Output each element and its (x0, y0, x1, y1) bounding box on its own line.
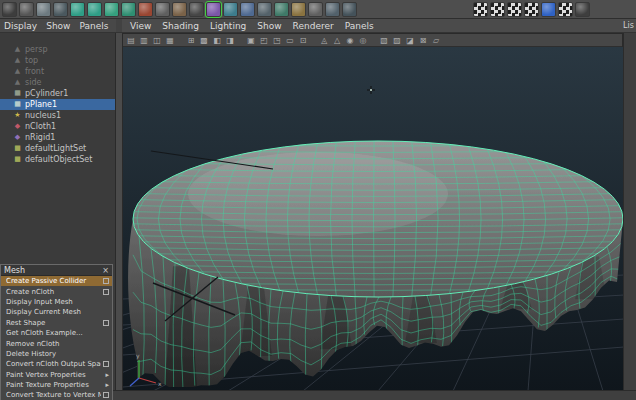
viewport-canvas[interactable]: yx (123, 47, 624, 391)
viewport-menu-lighting[interactable]: Lighting (210, 21, 246, 31)
vp-icon-22[interactable]: ▱ (430, 35, 442, 46)
menu-item-paint-vertex-properties[interactable]: Paint Vertex Properties▸ (1, 370, 112, 380)
vp-icon-21[interactable]: ⊠ (417, 35, 429, 46)
shelf-icon-cube[interactable] (87, 2, 102, 17)
shelf-icon-cylinder[interactable] (104, 2, 119, 17)
outliner-item-nucleus1[interactable]: ★nucleus1 (0, 110, 115, 121)
shelf-icon-21[interactable] (342, 2, 357, 17)
shelf-icon-3[interactable] (36, 2, 51, 17)
menu-item-convert-ncloth-output-space[interactable]: Convert nCloth Output Space (1, 359, 112, 369)
shelf-icon-texture-4[interactable] (524, 2, 539, 17)
vp-icon-2[interactable]: ▥ (138, 35, 150, 46)
shelf-icon-17[interactable] (274, 2, 289, 17)
shelf-icon-15[interactable] (240, 2, 255, 17)
menu-item-get-ncloth-example[interactable]: Get nCloth Example... (1, 328, 112, 338)
menu-item-create-ncloth[interactable]: Create nCloth (1, 286, 112, 296)
shelf-icon-28[interactable] (575, 2, 590, 17)
menu-item-label: Display Input Mesh (6, 298, 109, 306)
shelf-icon-texture-2[interactable] (490, 2, 505, 17)
menu-item-convert-texture-to-vertex-map[interactable]: Convert Texture to Vertex Map (1, 390, 112, 400)
maya-window: DisplayShowPanels ViewShadingLightingSho… (0, 0, 636, 400)
outliner-item-top[interactable]: ▲top (0, 55, 115, 66)
outliner-item-pCylinder1[interactable]: ▦pCylinder1 (0, 88, 115, 99)
shelf-icon-2[interactable] (19, 2, 34, 17)
outliner-item-side[interactable]: ▲side (0, 77, 115, 88)
outliner-item-pPlane1[interactable]: ▦pPlane1 (0, 99, 115, 110)
shelf-icon-18[interactable] (291, 2, 306, 17)
option-box-icon[interactable] (103, 289, 109, 295)
shelf-icon-torus[interactable] (121, 2, 136, 17)
viewport-menu-view[interactable]: View (130, 21, 151, 31)
menu-item-rest-shape[interactable]: Rest Shape (1, 318, 112, 328)
vp-icon-20[interactable]: ◪ (404, 35, 416, 46)
viewport-menubar: ViewShadingLightingShowRendererPanels (116, 19, 636, 32)
outliner-item-nRigid1[interactable]: ◆nRigid1 (0, 132, 115, 143)
outliner-item-label: defaultObjectSet (25, 155, 92, 164)
outliner-menu-panels[interactable]: Panels (79, 21, 108, 31)
menu-item-paint-texture-properties[interactable]: Paint Texture Properties▸ (1, 380, 112, 390)
option-box-icon[interactable] (103, 392, 109, 398)
shelf-icon-14[interactable] (223, 2, 238, 17)
vp-icon-3[interactable]: ◫ (151, 35, 163, 46)
vp-icon-5[interactable]: ⊞ (185, 35, 197, 46)
vp-icon-18[interactable]: ▧ (378, 35, 390, 46)
outliner-item-defaultObjectSet[interactable]: ■defaultObjectSet (0, 154, 115, 165)
shelf-icon-11[interactable] (172, 2, 187, 17)
vp-icon-1[interactable]: ▤ (125, 35, 137, 46)
menu-item-delete-history[interactable]: Delete History (1, 349, 112, 359)
camera-icon: ▲ (13, 56, 22, 65)
vp-icon-19[interactable]: ▨ (391, 35, 403, 46)
vp-icon-13[interactable]: ⊡ (297, 35, 309, 46)
shelf-icon-19[interactable] (308, 2, 323, 17)
shelf-icon-texture-3[interactable] (507, 2, 522, 17)
vp-icon-9[interactable]: ▣ (245, 35, 257, 46)
mesh-menu-titlebar[interactable]: Mesh × (1, 265, 112, 276)
menu-item-label: Rest Shape (6, 319, 101, 327)
vp-icon-4[interactable]: ▦ (164, 35, 176, 46)
shelf-icon-10[interactable] (155, 2, 170, 17)
outliner-item-defaultLightSet[interactable]: ■defaultLightSet (0, 143, 115, 154)
vp-icon-11[interactable]: ◳ (271, 35, 283, 46)
vp-icon-15[interactable]: △ (331, 35, 343, 46)
option-box-icon[interactable] (103, 278, 109, 284)
shelf-icon-blue-material[interactable] (541, 2, 556, 17)
shelf-tab-selector-icon[interactable] (2, 2, 17, 17)
shelf-icon-sphere[interactable] (70, 2, 85, 17)
option-box-icon[interactable] (103, 361, 109, 367)
option-box-icon[interactable] (103, 320, 109, 326)
outliner-item-persp[interactable]: ▲persp (0, 44, 115, 55)
shelf-icon-cone[interactable] (138, 2, 153, 17)
camera-icon: ▲ (13, 67, 22, 76)
outliner-item-front[interactable]: ▲front (0, 66, 115, 77)
close-icon[interactable]: × (102, 266, 109, 275)
vp-icon-8[interactable]: ◨ (224, 35, 236, 46)
menu-item-display-input-mesh[interactable]: Display Input Mesh (1, 297, 112, 307)
vp-icon-10[interactable]: ◰ (258, 35, 270, 46)
viewport-menu-shading[interactable]: Shading (162, 21, 199, 31)
vp-icon-6[interactable]: ▩ (198, 35, 210, 46)
viewport-menu-show[interactable]: Show (257, 21, 281, 31)
outliner-menu-display[interactable]: Display (4, 21, 37, 31)
menu-item-label: Remove nCloth (6, 340, 109, 348)
vp-icon-14[interactable]: ◬ (318, 35, 330, 46)
menu-item-create-passive-collider[interactable]: Create Passive Collider (1, 276, 112, 286)
right-panel-strip[interactable] (623, 33, 636, 390)
shelf-icon-4[interactable] (53, 2, 68, 17)
shelf-icon-texture-5[interactable] (558, 2, 573, 17)
shelf-icon-active-tool[interactable] (206, 2, 221, 17)
outliner-item-nCloth1[interactable]: ◆nCloth1 (0, 121, 115, 132)
shelf-icon-20[interactable] (325, 2, 340, 17)
vp-icon-17[interactable]: ◎ (357, 35, 369, 46)
shelf-icon-16[interactable] (257, 2, 272, 17)
viewport-menu-panels[interactable]: Panels (345, 21, 374, 31)
outliner-menu-show[interactable]: Show (46, 21, 70, 31)
vp-icon-12[interactable]: ▭ (284, 35, 296, 46)
shelf-icon-12[interactable] (189, 2, 204, 17)
menu-item-display-current-mesh[interactable]: Display Current Mesh (1, 307, 112, 317)
shelf-icon-texture-1[interactable] (473, 2, 488, 17)
viewport-menu-renderer[interactable]: Renderer (293, 21, 334, 31)
right-panel-menu-truncated[interactable]: Lis (623, 21, 635, 30)
vp-icon-16[interactable]: ◉ (344, 35, 356, 46)
vp-icon-7[interactable]: ◧ (211, 35, 223, 46)
menu-item-remove-ncloth[interactable]: Remove nCloth (1, 338, 112, 348)
